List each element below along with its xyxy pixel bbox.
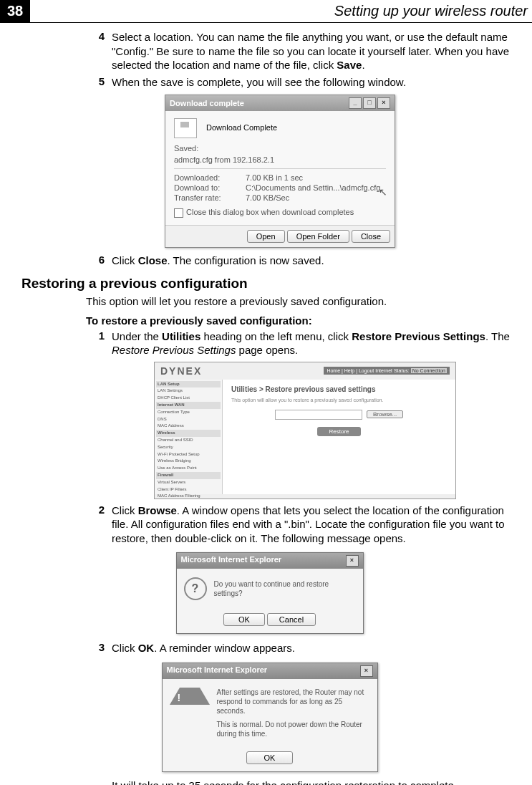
open-button[interactable]: Open — [247, 230, 285, 243]
cursor-icon: ↖ — [379, 186, 387, 198]
question-icon: ? — [184, 577, 207, 600]
router-ui-screenshot: DYNEX Home | Help | Logout Internet Stat… — [154, 362, 456, 499]
step-text: Under the Utilities heading on the left … — [112, 329, 518, 357]
dialog-body: Download Complete Saved: admcfg.cfg from… — [165, 111, 395, 225]
page-number: 38 — [0, 0, 30, 22]
ie-warning-dialog: Microsoft Internet Explorer × After sett… — [162, 663, 378, 772]
sidebar-item[interactable]: Wireless Bridging — [156, 458, 221, 465]
utilities-keyword: Utilities — [162, 330, 200, 342]
warning-icon — [170, 688, 210, 705]
sidebar-item[interactable]: Security — [156, 444, 221, 451]
sidebar-item[interactable]: Client IP Filters — [156, 486, 221, 493]
restore-previous-settings-keyword: Restore Previous Settings — [352, 330, 485, 342]
page-name-italic: Restore Previous Settings — [112, 344, 236, 356]
step-number: 1 — [86, 329, 105, 357]
open-folder-button[interactable]: Open Folder — [287, 230, 349, 243]
dialog-text-line1: After settings are restored, the Router … — [217, 688, 370, 716]
maximize-button[interactable]: □ — [363, 97, 376, 109]
browse-button[interactable]: Browse... — [367, 410, 403, 418]
dialog-titlebar: Microsoft Internet Explorer × — [163, 663, 377, 679]
sidebar-item[interactable]: Connection Type — [156, 409, 221, 416]
step-number: 3 — [86, 641, 105, 655]
router-main: Utilities > Restore previous saved setti… — [223, 380, 455, 494]
sidebar-item[interactable]: Use as Access Point — [156, 465, 221, 472]
transfer-rate-value: 7.00 KB/Sec — [246, 193, 289, 202]
downloaded-value: 7.00 KB in 1 sec — [246, 173, 303, 182]
sidebar-item[interactable]: MAC Address — [156, 423, 221, 430]
sidebar-group-firewall: Firewall — [156, 472, 221, 479]
sidebar-item[interactable]: DNS — [156, 416, 221, 423]
close-button[interactable]: Close — [352, 230, 390, 243]
step-text: When the save is complete, you will see … — [112, 75, 518, 90]
text: Select a location. You can name the file… — [112, 31, 509, 71]
page-header: 38 Setting up your wireless router — [0, 0, 532, 23]
download-to-label: Download to: — [174, 183, 246, 192]
saved-label: Saved: — [174, 144, 386, 153]
sidebar-item[interactable]: Channel and SSID — [156, 437, 221, 444]
dialog-text: Do you want to continue and restore sett… — [214, 579, 356, 598]
dialog-title: Download complete — [170, 99, 349, 107]
minimize-button[interactable]: _ — [349, 97, 362, 109]
download-complete-dialog: Download complete _ □ × Download Complet… — [165, 95, 395, 248]
download-to-value: C:\Documents and Settin...\admcfg.cfg — [246, 183, 380, 192]
router-logo: DYNEX — [160, 365, 202, 377]
header-title: Setting up your wireless router — [334, 3, 532, 19]
status-box: No Connection — [411, 368, 447, 373]
dialog-button-row: Open Open Folder Close — [165, 225, 395, 247]
sidebar-item[interactable]: Virtual Servers — [156, 479, 221, 486]
router-page-title: Utilities > Restore previous saved setti… — [231, 385, 447, 393]
file-path-input[interactable] — [275, 410, 362, 420]
step-number: 6 — [86, 254, 105, 268]
text: . — [362, 59, 364, 71]
text: . The — [485, 330, 510, 342]
step-number: 4 — [86, 30, 105, 72]
ok-button[interactable]: OK — [223, 613, 265, 626]
sidebar-item[interactable]: Wi-Fi Protected Setup — [156, 451, 221, 458]
transfer-rate-label: Transfer rate: — [174, 193, 246, 202]
step-text: Select a location. You can name the file… — [112, 30, 518, 72]
text: Under the — [112, 330, 162, 342]
text: heading on the left menu, click — [200, 330, 352, 342]
restore-button[interactable]: Restore — [317, 427, 360, 436]
downloaded-label: Downloaded: — [174, 173, 246, 182]
dialog-titlebar: Download complete _ □ × — [165, 95, 395, 111]
nav-tabs-text: Home | Help | Logout Internet Status: — [327, 368, 409, 373]
text: Click — [112, 642, 138, 654]
router-sidebar: LAN Setup LAN Settings DHCP Client List … — [155, 380, 223, 494]
sidebar-group-wireless: Wireless — [156, 430, 221, 437]
ok-keyword: OK — [138, 642, 155, 654]
step-number: 5 — [86, 75, 105, 90]
router-nav-tabs: Home | Help | Logout Internet Status: No… — [324, 367, 450, 375]
step-6: 6 Click Close. The configuration is now … — [86, 254, 518, 268]
dialog-title: Microsoft Internet Explorer — [167, 665, 360, 677]
cancel-button[interactable]: Cancel — [267, 613, 316, 626]
browse-keyword: Browse — [138, 504, 177, 516]
sidebar-item[interactable]: DHCP Client List — [156, 395, 221, 402]
close-button[interactable]: × — [377, 97, 390, 109]
step-text: Click Close. The configuration is now sa… — [112, 254, 518, 268]
sidebar-item[interactable]: MAC Address Filtering — [156, 493, 221, 499]
section-intro: This option will let you restore a previ… — [86, 294, 518, 309]
close-button[interactable]: × — [360, 665, 373, 677]
ok-button[interactable]: OK — [246, 751, 294, 764]
close-button[interactable]: × — [346, 555, 359, 567]
section-subheading: To restore a previously saved configurat… — [86, 314, 518, 327]
step-4: 4 Select a location. You can name the fi… — [86, 30, 518, 72]
ie-confirm-dialog: Microsoft Internet Explorer × ? Do you w… — [176, 552, 364, 634]
step-text: Click Browse. A window opens that lets y… — [112, 504, 518, 546]
text: . A reminder window appears. — [154, 642, 295, 654]
checkbox-label: Close this dialog box when download comp… — [186, 208, 354, 216]
download-complete-text: Download Complete — [206, 123, 277, 132]
text: page opens. — [236, 344, 298, 356]
download-icon — [174, 118, 197, 138]
step-5: 5 When the save is complete, you will se… — [86, 75, 518, 90]
step-1: 1 Under the Utilities heading on the lef… — [86, 329, 518, 357]
step-3: 3 Click OK. A reminder window appears. — [86, 641, 518, 655]
close-dialog-checkbox[interactable] — [174, 208, 183, 218]
router-page-desc: This option will allow you to restore a … — [231, 398, 447, 403]
step-2: 2 Click Browse. A window opens that lets… — [86, 504, 518, 546]
final-note: It will take up to 35 seconds for the co… — [112, 779, 518, 785]
sidebar-item[interactable]: LAN Settings — [156, 387, 221, 395]
text: . The configuration is now saved. — [168, 254, 324, 266]
saved-file: admcfg.cfg from 192.168.2.1 — [174, 155, 386, 164]
